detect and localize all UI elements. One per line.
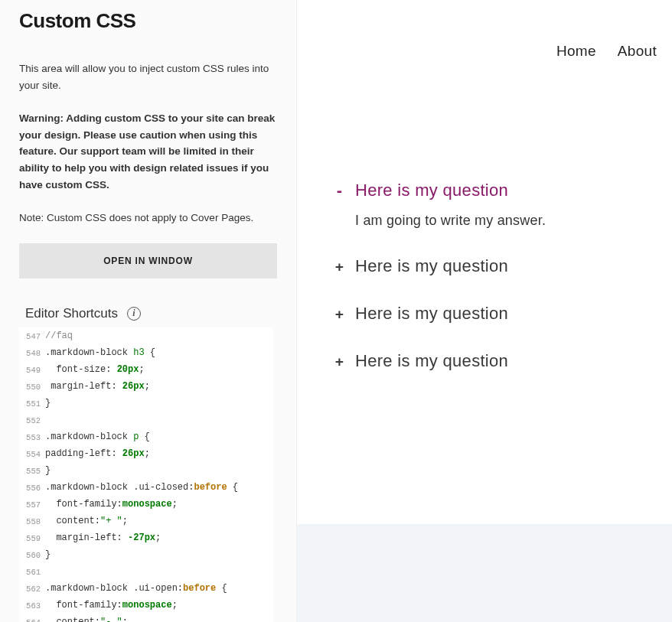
panel-note: Note: Custom CSS does not apply to Cover… — [19, 210, 277, 226]
code-content[interactable]: font-family:monospace; — [45, 496, 178, 513]
site-preview: Home About -Here is my questionI am goin… — [297, 0, 672, 622]
line-number: 563 — [19, 597, 45, 614]
faq-answer: I am going to write my answer. — [355, 213, 649, 229]
page-title: Custom CSS — [19, 9, 277, 33]
faq-item[interactable]: +Here is my question — [335, 256, 649, 276]
code-line[interactable]: 560} — [19, 546, 273, 563]
editor-shortcuts-label: Editor Shortcuts — [25, 306, 118, 321]
line-number: 561 — [19, 563, 45, 580]
faq-question[interactable]: Here is my question — [355, 256, 508, 276]
faq-list: -Here is my questionI am going to write … — [335, 181, 649, 399]
plus-icon[interactable]: + — [335, 306, 355, 322]
code-content[interactable]: font-size: 20px; — [45, 361, 145, 378]
line-number: 557 — [19, 496, 45, 513]
code-content[interactable]: content:"+ "; — [45, 513, 128, 529]
code-line[interactable]: 557 font-family:monospace; — [19, 496, 273, 513]
code-content[interactable]: content:"- "; — [45, 614, 128, 622]
faq-item[interactable]: +Here is my question — [335, 304, 649, 324]
code-content[interactable]: //faq — [45, 327, 73, 344]
custom-css-panel: Custom CSS This area will allow you to i… — [0, 0, 297, 622]
code-line[interactable]: 551} — [19, 395, 273, 412]
code-content[interactable]: } — [45, 462, 51, 479]
code-content[interactable]: .markdown-block p { — [45, 428, 150, 445]
line-number: 560 — [19, 546, 45, 563]
code-content[interactable]: padding-left: 26px; — [45, 445, 150, 462]
nav-link-home[interactable]: Home — [556, 43, 596, 60]
line-number: 547 — [19, 327, 45, 344]
code-content[interactable]: } — [45, 546, 51, 563]
css-code-editor[interactable]: 547//faq548.markdown-block h3 {549 font-… — [19, 327, 273, 622]
line-number: 554 — [19, 445, 45, 462]
line-number: 555 — [19, 462, 45, 479]
line-number: 553 — [19, 428, 45, 445]
site-nav: Home About — [556, 43, 657, 60]
code-content[interactable]: .markdown-block .ui-closed:before { — [45, 479, 238, 496]
code-content[interactable]: margin-left: 26px; — [45, 378, 150, 395]
minus-icon[interactable]: - — [335, 183, 355, 199]
panel-description: This area will allow you to inject custo… — [19, 60, 277, 93]
footer-band — [297, 524, 672, 622]
line-number: 549 — [19, 361, 45, 378]
code-content[interactable]: } — [45, 395, 51, 412]
plus-icon[interactable]: + — [335, 259, 355, 275]
code-line[interactable]: 562.markdown-block .ui-open:before { — [19, 580, 273, 597]
code-line[interactable]: 552 — [19, 412, 273, 428]
line-number: 551 — [19, 395, 45, 412]
line-number: 559 — [19, 529, 45, 546]
faq-question[interactable]: Here is my question — [355, 304, 508, 324]
code-content[interactable]: .markdown-block .ui-open:before { — [45, 580, 227, 597]
code-line[interactable]: 559 margin-left: -27px; — [19, 529, 273, 546]
line-number: 550 — [19, 378, 45, 395]
line-number: 548 — [19, 344, 45, 361]
code-content[interactable]: margin-left: -27px; — [45, 529, 161, 546]
code-line[interactable]: 553.markdown-block p { — [19, 428, 273, 445]
code-line[interactable]: 561 — [19, 563, 273, 580]
editor-shortcuts-row: Editor Shortcuts i — [13, 306, 277, 321]
line-number: 556 — [19, 479, 45, 496]
faq-item[interactable]: -Here is my question — [335, 181, 649, 200]
code-line[interactable]: 563 font-family:monospace; — [19, 597, 273, 614]
open-in-window-button[interactable]: OPEN IN WINDOW — [19, 243, 277, 278]
line-number: 558 — [19, 513, 45, 529]
line-number: 562 — [19, 580, 45, 597]
info-icon[interactable]: i — [127, 307, 141, 321]
code-line[interactable]: 548.markdown-block h3 { — [19, 344, 273, 361]
code-line[interactable]: 547//faq — [19, 327, 273, 344]
code-line[interactable]: 564 content:"- "; — [19, 614, 273, 622]
code-line[interactable]: 550 margin-left: 26px; — [19, 378, 273, 395]
nav-link-about[interactable]: About — [618, 43, 657, 60]
line-number: 552 — [19, 412, 45, 428]
code-content[interactable]: font-family:monospace; — [45, 597, 178, 614]
plus-icon[interactable]: + — [335, 353, 355, 370]
code-content[interactable]: .markdown-block h3 { — [45, 344, 155, 361]
code-line[interactable]: 558 content:"+ "; — [19, 513, 273, 529]
code-line[interactable]: 555} — [19, 462, 273, 479]
faq-item[interactable]: +Here is my question — [335, 351, 649, 371]
faq-question[interactable]: Here is my question — [355, 351, 508, 371]
panel-warning: Warning: Adding custom CSS to your site … — [19, 110, 277, 193]
faq-question[interactable]: Here is my question — [355, 181, 508, 200]
code-line[interactable]: 549 font-size: 20px; — [19, 361, 273, 378]
code-line[interactable]: 556.markdown-block .ui-closed:before { — [19, 479, 273, 496]
code-line[interactable]: 554padding-left: 26px; — [19, 445, 273, 462]
line-number: 564 — [19, 614, 45, 622]
